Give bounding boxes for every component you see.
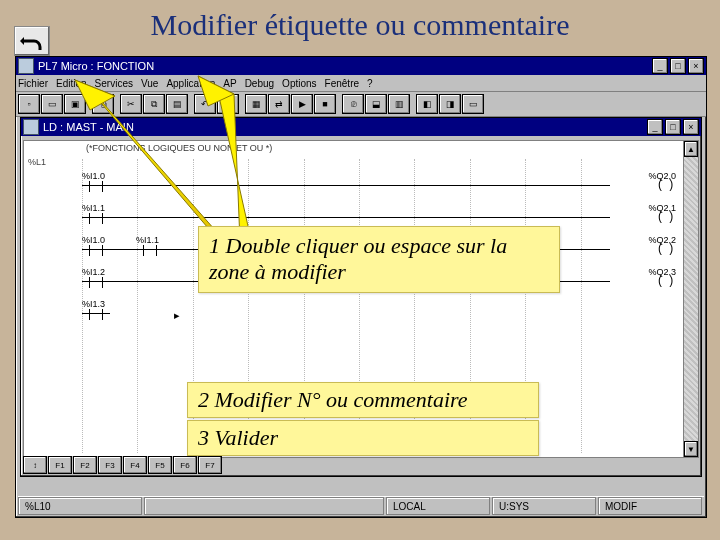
tool-icon[interactable]: ▥ <box>388 94 410 114</box>
open-icon[interactable]: ▭ <box>41 94 63 114</box>
palette-button[interactable]: F2 <box>73 456 97 474</box>
cut-icon[interactable]: ✂ <box>120 94 142 114</box>
tool-icon[interactable]: ⬓ <box>365 94 387 114</box>
wire <box>110 249 136 250</box>
minimize-button[interactable]: _ <box>647 119 663 135</box>
coil[interactable] <box>658 277 678 291</box>
menu-item[interactable]: Options <box>282 78 316 89</box>
toolbar: ▫ ▭ ▣ ⎙ ✂ ⧉ ▤ ↶ ↷ ▦ ⇄ ▶ ■ ⎚ ⬓ ▥ ◧ ◨ ▭ <box>16 92 706 117</box>
contact[interactable] <box>82 281 110 298</box>
status-cell: LOCAL <box>386 497 490 515</box>
contact-label[interactable]: %I1.1 <box>82 203 105 213</box>
palette-button[interactable]: F7 <box>198 456 222 474</box>
redo-icon[interactable]: ↷ <box>217 94 239 114</box>
palette-button[interactable]: F3 <box>98 456 122 474</box>
maximize-button[interactable]: □ <box>665 119 681 135</box>
contact[interactable] <box>82 217 110 234</box>
new-icon[interactable]: ▫ <box>18 94 40 114</box>
app-icon <box>18 58 34 74</box>
status-cell: U:SYS <box>492 497 596 515</box>
editor-title: LD : MAST - MAIN <box>43 121 134 133</box>
contact-label[interactable]: %I1.0 <box>82 171 105 181</box>
palette-button[interactable]: F1 <box>48 456 72 474</box>
wire <box>110 185 610 186</box>
status-cell <box>144 497 384 515</box>
scroll-up-icon[interactable]: ▲ <box>684 141 698 157</box>
callout-1: 1 Double cliquer ou espace sur la zone à… <box>198 226 560 293</box>
stop-icon[interactable]: ■ <box>314 94 336 114</box>
menubar[interactable]: Fichier Edition Services Vue Application… <box>16 75 706 92</box>
tool-icon[interactable]: ◧ <box>416 94 438 114</box>
page-title: Modifier étiquette ou commentaire <box>0 8 720 42</box>
menu-item[interactable]: ? <box>367 78 373 89</box>
contact[interactable] <box>82 313 110 330</box>
coil[interactable] <box>658 245 678 259</box>
paste-icon[interactable]: ▤ <box>166 94 188 114</box>
transfer-icon[interactable]: ⇄ <box>268 94 290 114</box>
menu-item[interactable]: Services <box>95 78 133 89</box>
config-icon[interactable]: ▦ <box>245 94 267 114</box>
rung-label[interactable]: %L1 <box>28 157 46 167</box>
tool-icon[interactable]: ▭ <box>462 94 484 114</box>
contact-label[interactable]: %I1.2 <box>82 267 105 277</box>
rung-comment[interactable]: (*FONCTIONS LOGIQUES OU NON ET OU *) <box>86 143 272 153</box>
scroll-down-icon[interactable]: ▼ <box>684 441 698 457</box>
slide: Modifier étiquette ou commentaire PL7 Mi… <box>0 0 720 540</box>
editor-titlebar: LD : MAST - MAIN _ □ × <box>21 118 701 136</box>
menu-item[interactable]: Vue <box>141 78 158 89</box>
status-cell: %L10 <box>18 497 142 515</box>
app-titlebar: PL7 Micro : FONCTION _ □ × <box>16 57 706 75</box>
palette-button[interactable]: F4 <box>123 456 147 474</box>
scroll-track[interactable] <box>684 157 698 441</box>
contact-label[interactable]: %I1.1 <box>136 235 159 245</box>
tool-icon[interactable]: ⎚ <box>342 94 364 114</box>
tool-icon[interactable]: ◨ <box>439 94 461 114</box>
menu-item[interactable]: AP <box>223 78 236 89</box>
copy-icon[interactable]: ⧉ <box>143 94 165 114</box>
cursor-icon: ▸ <box>174 309 180 322</box>
menu-item[interactable]: Edition <box>56 78 87 89</box>
status-cell: MODIF <box>598 497 702 515</box>
maximize-button[interactable]: □ <box>670 58 686 74</box>
app-title: PL7 Micro : FONCTION <box>38 60 154 72</box>
print-icon[interactable]: ⎙ <box>92 94 114 114</box>
run-icon[interactable]: ▶ <box>291 94 313 114</box>
contact[interactable] <box>82 249 110 266</box>
close-button[interactable]: × <box>688 58 704 74</box>
close-button[interactable]: × <box>683 119 699 135</box>
callout-2: 2 Modifier N° ou commentaire <box>187 382 539 418</box>
contact[interactable] <box>82 185 110 202</box>
palette-button[interactable]: F6 <box>173 456 197 474</box>
coil[interactable] <box>658 181 678 195</box>
contact-label[interactable]: %I1.0 <box>82 235 105 245</box>
contact-label[interactable]: %I1.3 <box>82 299 105 309</box>
save-icon[interactable]: ▣ <box>64 94 86 114</box>
menu-item[interactable]: Debug <box>245 78 274 89</box>
status-bar: %L10 LOCAL U:SYS MODIF <box>18 496 704 515</box>
menu-item[interactable]: Fichier <box>18 78 48 89</box>
coil[interactable] <box>658 213 678 227</box>
palette-button[interactable]: F5 <box>148 456 172 474</box>
ladder-palette: ↕ F1 F2 F3 F4 F5 F6 F7 <box>23 456 222 474</box>
callout-3: 3 Valider <box>187 420 539 456</box>
editor-icon <box>23 119 39 135</box>
scrollbar[interactable]: ▲ ▼ <box>683 140 699 458</box>
undo-icon[interactable]: ↶ <box>194 94 216 114</box>
wire <box>110 217 610 218</box>
menu-item[interactable]: Fenêtre <box>325 78 359 89</box>
palette-button[interactable]: ↕ <box>23 456 47 474</box>
menu-item[interactable]: Application <box>166 78 215 89</box>
minimize-button[interactable]: _ <box>652 58 668 74</box>
contact[interactable] <box>136 249 164 266</box>
